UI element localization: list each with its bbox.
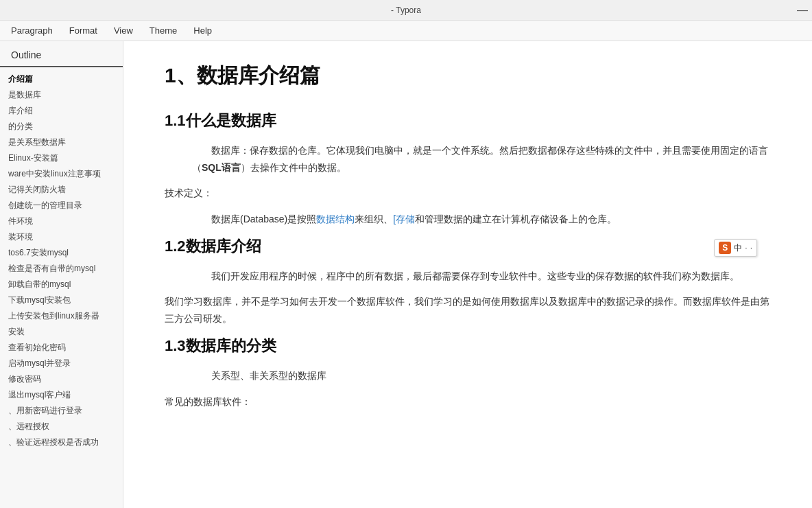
section-1-2-heading: 1.2数据库介绍 bbox=[165, 236, 771, 257]
outline-header: Outline bbox=[0, 41, 123, 67]
sidebar-item-0[interactable]: 介绍篇 bbox=[0, 71, 123, 87]
minimize-button[interactable]: — bbox=[798, 6, 807, 14]
content-area[interactable]: 1、数据库介绍篇 1.1什么是数据库 数据库：保存数据的仓库。它体现我们电脑中，… bbox=[123, 41, 812, 508]
menu-item-help[interactable]: Help bbox=[185, 23, 220, 38]
ime-badge: S 中 · · bbox=[714, 239, 757, 257]
para-1-3-2: 常见的数据库软件： bbox=[165, 393, 771, 411]
sidebar-item-18[interactable]: 启动mysql并登录 bbox=[0, 356, 123, 371]
para-1-2-2: 我们学习数据库，并不是学习如何去开发一个数据库软件，我们学习的是如何使用数据库以… bbox=[165, 293, 771, 327]
ime-lang: 中 bbox=[734, 242, 742, 254]
sidebar-item-17[interactable]: 查看初始化密码 bbox=[0, 340, 123, 356]
menu-item-format[interactable]: Format bbox=[61, 23, 106, 38]
sidebar-content: 介绍篇是数据库库介绍的分类是关系型数据库Elinux-安装篇ware中安装lin… bbox=[0, 67, 123, 508]
sidebar: Outline 介绍篇是数据库库介绍的分类是关系型数据库Elinux-安装篇wa… bbox=[0, 41, 123, 508]
document-title: 1、数据库介绍篇 bbox=[165, 62, 771, 90]
sidebar-item-8[interactable]: 创建统一的管理目录 bbox=[0, 198, 123, 213]
main-layout: Outline 介绍篇是数据库库介绍的分类是关系型数据库Elinux-安装篇wa… bbox=[0, 41, 812, 508]
sql-bold: SQL语言 bbox=[202, 162, 241, 173]
sidebar-item-3[interactable]: 的分类 bbox=[0, 119, 123, 135]
section-1-1-heading: 1.1什么是数据库 bbox=[165, 111, 771, 131]
ime-dots: · bbox=[745, 243, 747, 253]
para-tech-def: 技术定义： bbox=[165, 185, 771, 202]
para-1-1-1: 数据库：保存数据的仓库。它体现我们电脑中，就是一个文件系统。然后把数据都保存这些… bbox=[165, 142, 771, 176]
para-1-3-1: 关系型、非关系型的数据库 bbox=[165, 367, 771, 384]
sidebar-item-14[interactable]: 下载mysql安装包 bbox=[0, 292, 123, 308]
sidebar-item-12[interactable]: 检查是否有自带的mysql bbox=[0, 261, 123, 277]
sidebar-item-9[interactable]: 件环境 bbox=[0, 213, 123, 229]
sidebar-item-15[interactable]: 上传安装包到linux服务器 bbox=[0, 308, 123, 324]
window-title: - Typora bbox=[391, 5, 421, 15]
sidebar-item-22[interactable]: 、远程授权 bbox=[0, 419, 123, 435]
sidebar-item-1[interactable]: 是数据库 bbox=[0, 87, 123, 103]
sidebar-item-21[interactable]: 、用新密码进行登录 bbox=[0, 403, 123, 419]
para-1-2-1: 我们开发应用程序的时候，程序中的所有数据，最后都需要保存到专业软件中。这些专业的… bbox=[165, 268, 771, 285]
link-data-structure[interactable]: 数据结构 bbox=[316, 213, 355, 224]
sidebar-item-4[interactable]: 是关系型数据库 bbox=[0, 135, 123, 150]
sidebar-item-2[interactable]: 库介绍 bbox=[0, 103, 123, 119]
sidebar-item-16[interactable]: 安装 bbox=[0, 324, 123, 340]
link-storage[interactable]: [存储 bbox=[393, 213, 415, 224]
sidebar-item-20[interactable]: 退出mysql客户端 bbox=[0, 387, 123, 403]
sidebar-item-10[interactable]: 装环境 bbox=[0, 229, 123, 245]
ime-s-icon: S bbox=[719, 242, 731, 254]
sidebar-item-7[interactable]: 记得关闭防火墙 bbox=[0, 182, 123, 198]
sidebar-item-6[interactable]: ware中安装linux注意事项 bbox=[0, 166, 123, 182]
titlebar: - Typora — bbox=[0, 0, 812, 21]
sidebar-item-13[interactable]: 卸载自带的mysql bbox=[0, 277, 123, 292]
sidebar-item-23[interactable]: 、验证远程授权是否成功 bbox=[0, 435, 123, 450]
para-1-1-2: 数据库(Database)是按照数据结构来组织、[存储和管理数据的建立在计算机存… bbox=[165, 211, 771, 228]
menu-item-view[interactable]: View bbox=[106, 23, 141, 38]
ime-dots2: · bbox=[750, 243, 752, 253]
section-1-3-heading: 1.3数据库的分类 bbox=[165, 336, 771, 356]
menubar: ParagraphFormatViewThemeHelp bbox=[0, 21, 812, 41]
menu-item-theme[interactable]: Theme bbox=[141, 23, 185, 38]
menu-item-paragraph[interactable]: Paragraph bbox=[3, 23, 61, 38]
sidebar-item-19[interactable]: 修改密码 bbox=[0, 371, 123, 387]
sidebar-item-11[interactable]: tos6.7安装mysql bbox=[0, 245, 123, 261]
sidebar-item-5[interactable]: Elinux-安装篇 bbox=[0, 150, 123, 166]
